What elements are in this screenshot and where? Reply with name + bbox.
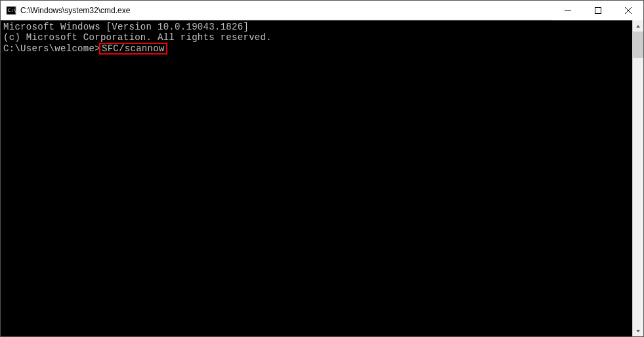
command-highlight: SFC/scannow xyxy=(99,43,167,55)
minimize-button[interactable] xyxy=(553,1,583,20)
prompt-text: C:\Users\welcome> xyxy=(3,43,100,54)
prompt-line: C:\Users\welcome>SFC/scannow xyxy=(3,43,632,55)
scroll-thumb[interactable] xyxy=(633,32,643,58)
scroll-up-button[interactable] xyxy=(633,20,643,32)
cmd-window: C:\ C:\Windows\system32\cmd.exe Microsof… xyxy=(0,0,644,337)
version-line: Microsoft Windows [Version 10.0.19043.18… xyxy=(3,22,632,32)
command-text: SFC/scannow xyxy=(102,43,165,54)
close-button[interactable] xyxy=(613,1,643,20)
terminal-output[interactable]: Microsoft Windows [Version 10.0.19043.18… xyxy=(1,20,632,336)
svg-rect-3 xyxy=(595,8,601,14)
svg-text:C:\: C:\ xyxy=(8,8,16,13)
scroll-down-button[interactable] xyxy=(633,325,643,336)
copyright-line: (c) Microsoft Corporation. All rights re… xyxy=(3,32,632,43)
svg-marker-7 xyxy=(636,330,640,332)
titlebar[interactable]: C:\ C:\Windows\system32\cmd.exe xyxy=(1,1,643,20)
svg-marker-6 xyxy=(636,25,640,28)
window-controls xyxy=(553,1,643,20)
scroll-track[interactable] xyxy=(633,32,643,325)
vertical-scrollbar[interactable] xyxy=(632,20,643,336)
client-area: Microsoft Windows [Version 10.0.19043.18… xyxy=(1,20,643,336)
maximize-button[interactable] xyxy=(583,1,613,20)
cmd-icon: C:\ xyxy=(6,5,16,16)
window-title: C:\Windows\system32\cmd.exe xyxy=(20,6,553,15)
